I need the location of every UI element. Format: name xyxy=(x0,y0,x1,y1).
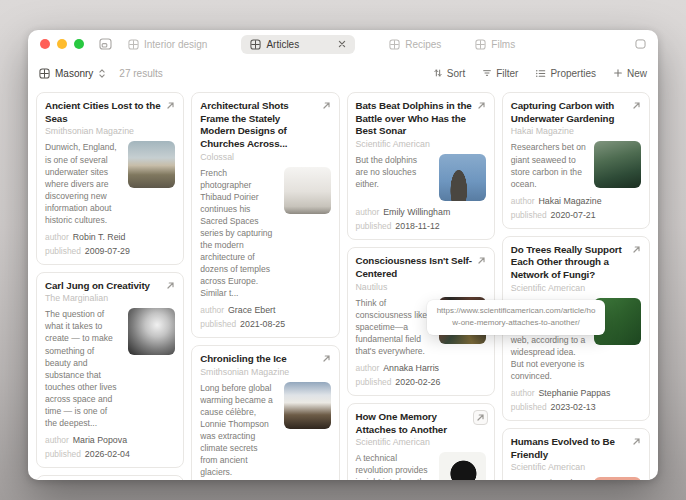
card-description: Long before global warming became a caus… xyxy=(200,382,276,478)
published-label: published xyxy=(45,449,81,459)
article-card[interactable]: Capturing Carbon with Underwater Gardeni… xyxy=(502,92,650,229)
close-window-button[interactable] xyxy=(40,39,50,49)
author-value: Emily Willingham xyxy=(383,207,450,217)
open-link-icon[interactable] xyxy=(477,256,486,265)
open-link-icon[interactable] xyxy=(632,437,641,446)
open-link-icon[interactable] xyxy=(166,281,175,290)
published-label: published xyxy=(356,377,392,387)
author-label: author xyxy=(45,435,69,445)
author-label: author xyxy=(45,232,69,242)
chevron-up-down-icon xyxy=(98,68,106,79)
card-thumbnail xyxy=(128,308,175,355)
card-description: Researchers bet on giant seaweed to stor… xyxy=(511,141,587,189)
card-source: Scientific American xyxy=(511,283,641,293)
card-source: Smithsonian Magazine xyxy=(45,126,175,136)
card-source: Scientific American xyxy=(356,139,486,149)
tab-articles[interactable]: Articles xyxy=(241,35,355,54)
card-thumbnail xyxy=(128,141,175,188)
tab-overview-icon[interactable] xyxy=(99,38,112,50)
published-label: published xyxy=(511,402,547,412)
open-link-icon[interactable] xyxy=(322,101,331,110)
card-source: Nautilus xyxy=(356,282,486,292)
toolbar: Masonry 27 results Sort xyxy=(28,58,658,88)
author-label: author xyxy=(356,207,380,217)
view-mode-select[interactable]: Masonry xyxy=(39,68,106,79)
panel-toggle-icon[interactable] xyxy=(635,39,646,49)
properties-list-icon xyxy=(535,68,546,79)
sort-button[interactable]: Sort xyxy=(433,68,465,79)
tab-interior-design[interactable]: Interior design xyxy=(128,39,207,50)
article-card[interactable]: Ancient Cities Lost to the Seas Smithson… xyxy=(36,92,184,265)
article-card[interactable]: Carl Jung on Creativity The Marginalian … xyxy=(36,272,184,468)
tab-bar: Interior design Articles Recipes Films xyxy=(28,30,658,58)
card-description: Dunwich, England, is one of several unde… xyxy=(45,141,121,225)
article-card[interactable]: How One Memory Attaches to Another Scien… xyxy=(347,403,495,480)
properties-label: Properties xyxy=(550,68,596,79)
card-source: Colossal xyxy=(200,152,330,162)
card-title: Ancient Cities Lost to the Seas xyxy=(45,100,162,125)
card-thumbnail xyxy=(439,452,486,480)
open-link-icon[interactable] xyxy=(477,101,486,110)
open-link-icon[interactable] xyxy=(632,245,641,254)
grid-view-icon xyxy=(475,39,486,50)
tab-films[interactable]: Films xyxy=(475,39,515,50)
card-thumbnail xyxy=(594,141,641,188)
card-title: Bats Beat Dolphins in the Battle over Wh… xyxy=(356,100,473,138)
article-card[interactable]: Bats Beat Dolphins in the Battle over Wh… xyxy=(347,92,495,240)
card-title: Humans Evolved to Be Friendly xyxy=(511,436,628,461)
new-label: New xyxy=(627,68,647,79)
card-source: Hakai Magazine xyxy=(511,126,641,136)
filter-button[interactable]: Filter xyxy=(482,68,518,79)
card-description: But the dolphins are no slouches either. xyxy=(356,154,432,190)
open-link-icon[interactable] xyxy=(632,101,641,110)
plus-icon xyxy=(613,68,623,78)
author-value: Maria Popova xyxy=(73,435,127,445)
card-title: Chronicling the Ice xyxy=(200,353,317,366)
masonry-grid: Ancient Cities Lost to the Seas Smithson… xyxy=(28,88,658,480)
toolbar-actions: Sort Filter Properties xyxy=(433,68,647,79)
card-title: Consciousness Isn't Self-Centered xyxy=(356,255,473,280)
masonry-column: Architectural Shots Frame the Stately Mo… xyxy=(191,92,339,480)
properties-button[interactable]: Properties xyxy=(535,68,596,79)
open-link-icon[interactable] xyxy=(473,410,488,425)
article-card[interactable]: Chronicling the Ice Smithsonian Magazine… xyxy=(191,345,339,480)
author-label: author xyxy=(356,363,380,373)
card-title: Capturing Carbon with Underwater Gardeni… xyxy=(511,100,628,125)
filter-label: Filter xyxy=(496,68,518,79)
card-title: Do Trees Really Support Each Other throu… xyxy=(511,244,628,282)
grid-view-icon xyxy=(128,39,139,50)
app-window: Interior design Articles Recipes Films xyxy=(28,30,658,480)
author-label: author xyxy=(511,388,535,398)
minimize-window-button[interactable] xyxy=(57,39,67,49)
article-card[interactable]: Dreaming Is Like Taking LSD Nautilus A n… xyxy=(36,475,184,480)
card-description: Think of consciousness like spacetime—a … xyxy=(356,297,432,357)
masonry-column: Bats Beat Dolphins in the Battle over Wh… xyxy=(347,92,495,480)
card-description: French photographer Thibaud Poirier cont… xyxy=(200,167,276,299)
card-thumbnail xyxy=(594,477,641,480)
link-tooltip: https://www.scientificamerican.com/artic… xyxy=(427,300,605,335)
new-button[interactable]: New xyxy=(613,68,647,79)
zoom-window-button[interactable] xyxy=(74,39,84,49)
author-value: Robin T. Reid xyxy=(73,232,126,242)
tab-strip: Interior design Articles Recipes Films xyxy=(128,35,635,54)
card-thumbnail xyxy=(284,382,331,429)
close-tab-icon[interactable] xyxy=(338,40,346,48)
published-value: 2020-07-21 xyxy=(551,210,596,220)
published-label: published xyxy=(511,210,547,220)
published-label: published xyxy=(200,319,236,329)
tab-recipes[interactable]: Recipes xyxy=(389,39,441,50)
results-count: 27 results xyxy=(119,68,162,79)
published-value: 2021-08-25 xyxy=(240,319,285,329)
published-value: 2018-11-12 xyxy=(395,221,439,231)
card-source: Scientific American xyxy=(356,437,486,447)
article-card[interactable]: Humans Evolved to Be Friendly Scientific… xyxy=(502,428,650,480)
open-link-icon[interactable] xyxy=(166,101,175,110)
tab-label: Films xyxy=(491,39,515,50)
card-title: Carl Jung on Creativity xyxy=(45,280,162,293)
author-label: author xyxy=(200,305,224,315)
author-label: author xyxy=(511,196,535,206)
author-value: Hakai Magazine xyxy=(539,196,602,206)
open-link-icon[interactable] xyxy=(322,354,331,363)
article-card[interactable]: Architectural Shots Frame the Stately Mo… xyxy=(191,92,339,338)
published-value: 2023-02-13 xyxy=(551,402,596,412)
